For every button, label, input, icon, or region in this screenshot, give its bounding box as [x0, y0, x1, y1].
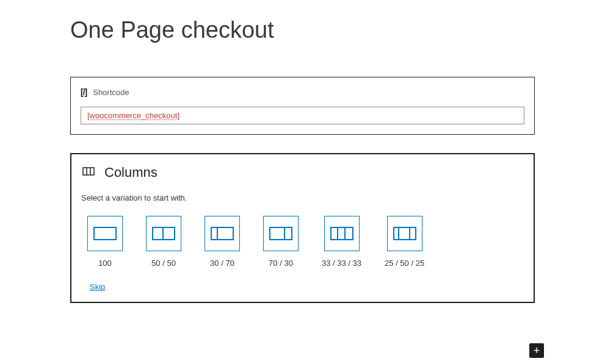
variation-preview-icon [87, 216, 123, 251]
columns-block: Columns Select a variation to start with… [70, 153, 535, 303]
variation-label: 33 / 33 / 33 [322, 259, 361, 268]
variation-preview-icon [205, 216, 240, 251]
variation-preview-icon [146, 216, 181, 251]
shortcode-icon: [/] [81, 87, 87, 97]
variation-label: 50 / 50 [151, 259, 176, 268]
variation-label: 100 [98, 259, 112, 268]
column-variation[interactable]: 100 [87, 216, 123, 268]
shortcode-input[interactable] [81, 107, 524, 124]
column-variation[interactable]: 70 / 30 [263, 216, 299, 268]
column-variation[interactable]: 30 / 70 [205, 216, 240, 268]
add-block-button[interactable]: + [529, 343, 544, 358]
variation-label: 25 / 50 / 25 [385, 259, 424, 268]
variations-list: 10050 / 5030 / 7070 / 3033 / 33 / 3325 /… [81, 216, 524, 268]
columns-block-header: Columns [81, 164, 524, 181]
columns-title: Columns [104, 165, 158, 180]
variation-label: 70 / 30 [269, 259, 293, 268]
page-title: One Page checkout [70, 17, 535, 43]
variation-preview-icon [263, 216, 299, 251]
column-variation[interactable]: 33 / 33 / 33 [322, 216, 361, 268]
svg-rect-0 [83, 168, 94, 175]
column-variation[interactable]: 50 / 50 [146, 216, 181, 268]
variation-preview-icon [324, 216, 360, 251]
columns-icon [81, 164, 96, 181]
shortcode-block-header: [/] Shortcode [81, 87, 524, 97]
skip-link[interactable]: Skip [90, 282, 105, 291]
variation-preview-icon [387, 216, 422, 251]
columns-subtitle: Select a variation to start with. [81, 193, 524, 202]
column-variation[interactable]: 25 / 50 / 25 [385, 216, 424, 268]
variation-label: 30 / 70 [210, 259, 234, 268]
shortcode-block: [/] Shortcode [70, 77, 535, 135]
shortcode-label: Shortcode [93, 88, 129, 97]
